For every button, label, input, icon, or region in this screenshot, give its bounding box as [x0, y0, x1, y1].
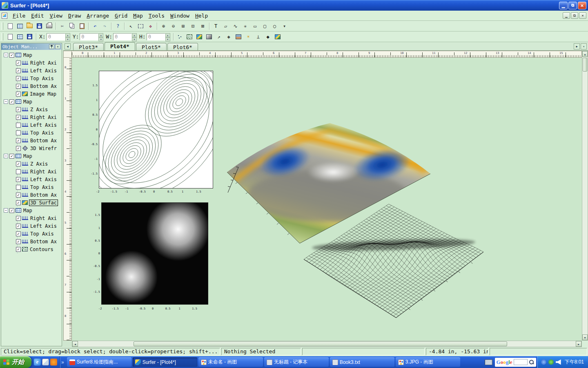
- paste-button[interactable]: [77, 22, 87, 31]
- tree-item-bottom-ax[interactable]: ✓Bottom Ax: [4, 82, 62, 90]
- wireframe-map-button[interactable]: ◈: [224, 32, 234, 41]
- tree-item-z-axis[interactable]: ✓Z Axis: [4, 105, 62, 113]
- menu-item-window[interactable]: Window: [167, 12, 192, 20]
- tree-item-map[interactable]: −✓Map: [4, 51, 62, 59]
- antivirus-tray-icon[interactable]: [548, 359, 554, 365]
- diamond-tool-button[interactable]: ◆: [263, 32, 273, 41]
- coord-input-x[interactable]: [47, 33, 65, 40]
- internet-explorer-icon[interactable]: e: [34, 359, 41, 366]
- tree-item-map[interactable]: −✓Map: [4, 152, 62, 160]
- toolbar-grip[interactable]: [2, 22, 3, 30]
- scroll-down-arrow-icon[interactable]: ▼: [582, 334, 588, 340]
- spinner-down-icon[interactable]: ▼: [98, 37, 103, 41]
- print-button[interactable]: [45, 22, 54, 31]
- tree-item-right-axi[interactable]: ✓Right Axi: [4, 59, 62, 67]
- tree-item-3d-surfac[interactable]: ✓3D Surfac: [4, 199, 62, 206]
- document-icon[interactable]: [2, 13, 7, 19]
- tree-item-top-axis[interactable]: Top Axis: [4, 129, 62, 137]
- checkbox-checked-icon[interactable]: ✓: [16, 231, 21, 236]
- checkbox-checked-icon[interactable]: ✓: [9, 99, 14, 104]
- ellipse-tool-button[interactable]: ○: [270, 22, 279, 31]
- symbol-tool-button[interactable]: ✳: [241, 22, 250, 31]
- rectangle-tool-button[interactable]: ▭: [250, 22, 260, 31]
- vector-map-button[interactable]: ↗: [214, 32, 224, 41]
- spinner-down-icon[interactable]: ▼: [165, 37, 170, 41]
- expander-icon[interactable]: −: [4, 154, 8, 158]
- pin-button[interactable]: [49, 44, 54, 49]
- polyline-tool-button[interactable]: ∿: [231, 22, 240, 31]
- redo-button[interactable]: ↷: [100, 22, 109, 31]
- tab-scroll-right-button[interactable]: ▶: [574, 43, 580, 49]
- checkbox-checked-icon[interactable]: ✓: [16, 107, 21, 112]
- image-map-frame[interactable]: [101, 202, 208, 305]
- contour-map-button[interactable]: [185, 32, 194, 41]
- tab-scroll-left-button[interactable]: ◀: [65, 43, 71, 49]
- menu-item-view[interactable]: View: [47, 12, 65, 20]
- checkbox-checked-icon[interactable]: ✓: [16, 146, 21, 151]
- messenger-tray-icon[interactable]: [541, 359, 546, 365]
- expander-icon[interactable]: −: [4, 208, 8, 213]
- checkbox-checked-icon[interactable]: ✓: [16, 224, 21, 229]
- checkbox-checked-icon[interactable]: ✓: [16, 68, 21, 73]
- tree-item-left-axis[interactable]: ✓Left Axis: [4, 175, 62, 183]
- volume-icon[interactable]: [556, 359, 561, 365]
- tree-item-map[interactable]: −✓Map: [4, 206, 62, 214]
- show-desktop-icon[interactable]: [42, 359, 49, 366]
- checkbox-checked-icon[interactable]: ✓: [16, 76, 21, 81]
- tree-item-map[interactable]: −✓Map: [4, 98, 62, 105]
- tree-item-right-axi[interactable]: Right Axi: [4, 168, 62, 175]
- polygon-tool-button[interactable]: ▱: [221, 22, 230, 31]
- close-button[interactable]: ×: [578, 2, 586, 9]
- image-map-button[interactable]: [195, 32, 204, 41]
- quick-launch-overflow-chevron[interactable]: »: [60, 359, 65, 365]
- taskbar-item[interactable]: Book3.txt: [330, 357, 394, 367]
- restore-button[interactable]: ⧉: [568, 2, 577, 9]
- image-map-plot[interactable]: -2-1.5-1-0.500.511.51.510.50-0.5-1-1.5: [93, 202, 216, 310]
- coord-input-h[interactable]: [147, 33, 165, 40]
- checkbox-checked-icon[interactable]: ✓: [16, 200, 21, 205]
- taskbar-item[interactable]: 3.JPG - 画图: [396, 357, 460, 367]
- tab-plot6[interactable]: Plot6*: [167, 43, 198, 50]
- checkbox-checked-icon[interactable]: ✓: [16, 193, 21, 197]
- tree-item-contours[interactable]: ✓Contours: [4, 245, 62, 253]
- checkbox-checked-icon[interactable]: ✓: [16, 61, 21, 65]
- scroll-left-arrow-icon[interactable]: ◀: [72, 341, 78, 347]
- checkbox-checked-icon[interactable]: ✓: [16, 138, 21, 143]
- checkbox-checked-icon[interactable]: ✓: [16, 247, 21, 252]
- checkbox-unchecked-icon[interactable]: [16, 185, 21, 190]
- tree-item-top-axis[interactable]: ✓Top Axis: [4, 230, 62, 238]
- checkbox-checked-icon[interactable]: ✓: [16, 216, 21, 221]
- menu-item-tools[interactable]: Tools: [146, 12, 167, 20]
- horizontal-scrollbar[interactable]: ◀ ▶: [72, 341, 582, 347]
- zoom-out-button[interactable]: ⊖: [169, 22, 178, 31]
- mdi-minimize-button[interactable]: ▁: [563, 12, 570, 19]
- tab-plot3[interactable]: Plot3*: [73, 43, 104, 50]
- help-mode-button[interactable]: ?: [113, 22, 122, 31]
- tree-item-bottom-ax[interactable]: ✓Bottom Ax: [4, 137, 62, 144]
- expander-icon[interactable]: −: [4, 99, 8, 104]
- wireframe-3d-plot[interactable]: [299, 200, 488, 320]
- surfer-app-icon[interactable]: [2, 2, 8, 9]
- vertical-scroll-thumb[interactable]: [583, 58, 587, 72]
- object-manager-close-button[interactable]: ×: [55, 44, 60, 49]
- shaded-relief-button[interactable]: [205, 32, 214, 41]
- vertical-scrollbar[interactable]: ▲ ▼: [582, 51, 588, 341]
- tree-item-bottom-ax[interactable]: ✓Bottom Ax: [4, 191, 62, 199]
- checkbox-checked-icon[interactable]: ✓: [9, 208, 14, 213]
- tab-plot4[interactable]: Plot4*: [105, 42, 135, 50]
- menu-item-file[interactable]: File: [10, 12, 28, 20]
- spinner-down-icon[interactable]: ▼: [65, 37, 70, 41]
- checkbox-checked-icon[interactable]: ✓: [9, 154, 14, 159]
- post-map-button[interactable]: [175, 32, 185, 41]
- tree-item-left-axis[interactable]: ✓Left Axis: [4, 222, 62, 230]
- zoom-rect-button[interactable]: ⊞: [178, 22, 188, 31]
- plot-canvas[interactable]: -2-1.5-1-0.500.511.51.510.50-0.5-1-1.5 -…: [72, 58, 582, 341]
- checkbox-checked-icon[interactable]: ✓: [9, 53, 14, 58]
- mdi-close-button[interactable]: ×: [579, 12, 586, 19]
- zoom-page-button[interactable]: ⊡: [188, 22, 198, 31]
- expander-icon[interactable]: −: [4, 53, 8, 57]
- ime-keyboard-icon[interactable]: [485, 359, 492, 365]
- undo-button[interactable]: ↶: [90, 22, 100, 31]
- checkbox-checked-icon[interactable]: ✓: [16, 115, 21, 120]
- rounded-rectangle-tool-button[interactable]: ▢: [260, 22, 270, 31]
